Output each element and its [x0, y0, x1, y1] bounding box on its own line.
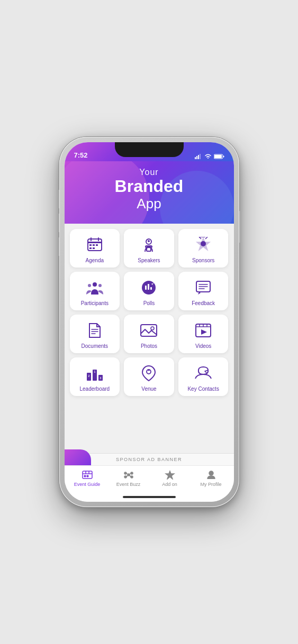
home-indicator [65, 492, 234, 502]
add-on-icon [164, 469, 176, 481]
phone-notch [115, 142, 184, 157]
sponsor-area: SPONSOR AD BANNER [65, 453, 234, 465]
svg-rect-30 [148, 284, 149, 290]
my-profile-icon [205, 469, 217, 481]
grid-item-photos[interactable]: Photos [124, 315, 174, 353]
medal-icon [194, 235, 213, 254]
svg-rect-5 [223, 156, 224, 158]
event-guide-label: Event Guide [74, 482, 101, 487]
event-guide-icon [82, 469, 93, 481]
grid-item-documents[interactable]: Documents [70, 315, 120, 353]
svg-marker-70 [166, 471, 174, 479]
svg-rect-13 [96, 244, 98, 246]
svg-rect-60 [87, 475, 88, 477]
event-buzz-label: Event Buzz [116, 482, 141, 487]
svg-rect-1 [196, 156, 197, 159]
svg-point-63 [131, 472, 133, 474]
svg-point-19 [148, 240, 150, 242]
event-buzz-icon [123, 469, 134, 481]
videos-icon [194, 321, 213, 340]
speakers-label: Speakers [138, 257, 160, 263]
nav-add-on[interactable]: Add on [155, 469, 184, 487]
svg-line-66 [127, 473, 128, 474]
svg-rect-15 [93, 247, 95, 249]
nav-event-guide[interactable]: Event Guide [73, 469, 102, 487]
svg-rect-8 [88, 242, 102, 243]
videos-label: Videos [195, 343, 211, 349]
my-profile-label: My Profile [200, 482, 221, 487]
svg-text:3: 3 [100, 376, 101, 380]
agenda-label: Agenda [86, 257, 104, 263]
nav-event-buzz[interactable]: Event Buzz [114, 469, 143, 487]
phone-frame: 7:52 [59, 137, 239, 507]
svg-rect-12 [93, 244, 95, 246]
key-contacts-label: Key Contacts [187, 386, 219, 392]
wifi-icon [204, 154, 212, 159]
nav-my-profile[interactable]: My Profile [196, 469, 225, 487]
status-icons [195, 154, 224, 159]
svg-rect-14 [89, 247, 92, 249]
svg-rect-2 [198, 155, 199, 159]
svg-point-40 [151, 327, 154, 330]
svg-text:1: 1 [94, 370, 95, 373]
grid-item-feedback[interactable]: Feedback [178, 272, 229, 310]
participants-label: Participants [81, 300, 109, 306]
polls-label: Polls [143, 300, 155, 306]
app-header: Your Branded App [65, 161, 234, 224]
grid-item-polls[interactable]: Polls [124, 272, 174, 310]
svg-rect-59 [84, 475, 86, 477]
contacts-icon [194, 364, 213, 383]
grid-item-key-contacts[interactable]: Key Contacts [178, 357, 229, 396]
svg-point-26 [88, 284, 91, 287]
grid-item-videos[interactable]: Videos [178, 315, 229, 353]
svg-point-25 [93, 282, 97, 287]
grid-item-sponsors[interactable]: Sponsors [178, 229, 229, 268]
grid-item-venue[interactable]: Venue [124, 357, 174, 396]
svg-point-54 [148, 370, 150, 371]
signal-icon [195, 154, 202, 159]
home-indicator-bar [123, 496, 176, 498]
svg-point-71 [209, 471, 213, 475]
svg-rect-31 [150, 287, 152, 290]
photos-label: Photos [141, 343, 157, 349]
feature-grid: Agenda Speakers [70, 229, 229, 396]
add-on-label: Add on [162, 482, 177, 487]
grid-item-participants[interactable]: Participants [70, 272, 120, 310]
svg-rect-55 [83, 471, 92, 479]
leaderboard-label: Leaderboard [79, 386, 110, 392]
leaderboard-icon: 2 1 3 [85, 364, 104, 383]
svg-line-68 [127, 475, 128, 477]
svg-line-67 [130, 473, 131, 474]
grid-item-leaderboard[interactable]: 2 1 3 Leaderboard [70, 357, 120, 396]
svg-text:2: 2 [88, 374, 89, 378]
header-your: Your [75, 168, 223, 177]
sponsor-banner: SPONSOR AD BANNER [65, 453, 234, 465]
grid-item-speakers[interactable]: Speakers [124, 229, 174, 268]
svg-point-65 [131, 476, 133, 478]
speaker-icon [139, 235, 158, 254]
svg-point-21 [201, 241, 206, 246]
document-icon [85, 321, 104, 340]
calendar-icon [85, 235, 104, 254]
svg-rect-39 [141, 325, 157, 336]
svg-rect-6 [214, 155, 222, 158]
photos-icon [139, 321, 158, 340]
feedback-label: Feedback [192, 300, 215, 306]
sponsors-label: Sponsors [192, 257, 214, 263]
svg-line-69 [130, 475, 131, 477]
svg-point-62 [124, 472, 127, 474]
main-grid-area: Agenda Speakers [65, 224, 234, 453]
svg-rect-29 [145, 286, 147, 290]
grid-item-agenda[interactable]: Agenda [70, 229, 120, 268]
header-branded: Branded [75, 177, 223, 196]
venue-label: Venue [141, 386, 156, 392]
documents-label: Documents [82, 343, 109, 349]
header-app: App [75, 196, 223, 212]
svg-point-64 [124, 476, 127, 478]
svg-rect-11 [89, 244, 92, 246]
svg-rect-0 [195, 157, 196, 159]
feedback-icon [194, 278, 213, 297]
status-time: 7:52 [74, 151, 88, 159]
polls-icon [139, 278, 158, 297]
battery-icon [214, 154, 224, 159]
